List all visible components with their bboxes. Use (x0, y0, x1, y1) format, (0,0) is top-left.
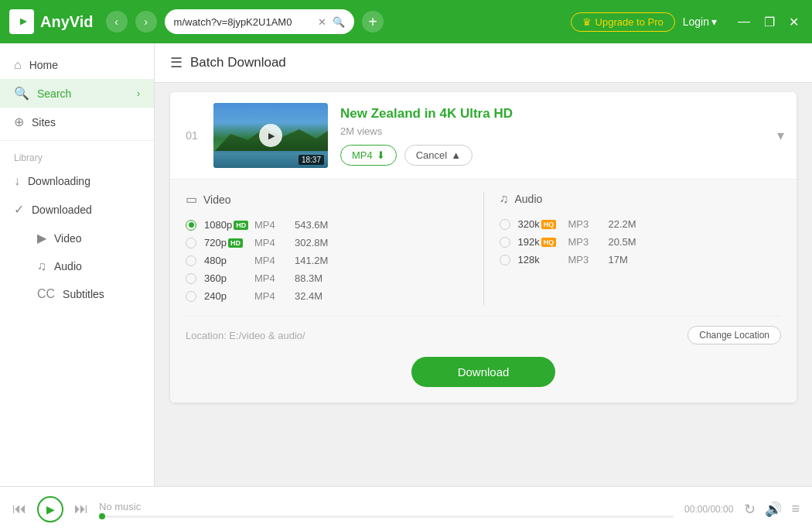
player-title: No music (99, 501, 674, 512)
format-row-320k: 320k HQ MP3 22.2M (500, 215, 782, 233)
search-icon[interactable]: 🔍 (333, 16, 345, 28)
upgrade-button[interactable]: ♛ Upgrade to Pro (571, 12, 675, 32)
play-thumbnail-button[interactable] (259, 124, 282, 147)
size-128k: 17M (609, 254, 655, 266)
volume-icon[interactable]: 🔊 (765, 501, 782, 518)
sidebar-subtitles-label: Subtitles (63, 288, 104, 300)
sidebar-search-label: Search (37, 87, 71, 100)
chevron-down-icon: ▾ (711, 15, 717, 28)
mp4-label: MP4 (352, 149, 373, 161)
format-360p: MP4 (254, 272, 287, 284)
radio-192k[interactable] (500, 237, 510, 248)
upgrade-label: Upgrade to Pro (595, 16, 664, 28)
batch-title: Batch Download (190, 55, 286, 70)
progress-dot (99, 513, 105, 519)
svg-rect-1 (16, 16, 20, 27)
player-progress[interactable] (99, 516, 674, 518)
cancel-button[interactable]: Cancel ▲ (404, 145, 473, 166)
batch-icon: ☰ (170, 54, 183, 71)
change-location-button[interactable]: Change Location (687, 326, 781, 344)
hd-badge-1080p: HD (234, 221, 248, 230)
player-info: No music (99, 501, 674, 518)
sidebar-item-subtitles[interactable]: CC Subtitles (0, 280, 154, 308)
audio-col-title: Audio (515, 193, 543, 205)
audio-col-header: ♫ Audio (500, 192, 782, 206)
radio-360p[interactable] (186, 273, 196, 284)
sidebar-home-label: Home (29, 59, 58, 71)
download-button[interactable]: Download (411, 357, 556, 387)
size-192k: 20.5M (609, 236, 655, 248)
radio-1080p[interactable] (186, 220, 196, 231)
radio-320k[interactable] (500, 219, 510, 230)
back-button[interactable]: ‹ (106, 11, 128, 33)
close-button[interactable]: ✕ (785, 13, 803, 31)
expand-arrow-icon[interactable]: ▾ (777, 127, 784, 144)
size-1080p: 543.6M (295, 219, 341, 231)
radio-240p[interactable] (186, 291, 196, 302)
login-button[interactable]: Login ▾ (683, 15, 717, 28)
res-720p: 720p HD (204, 237, 247, 248)
sidebar-item-downloaded[interactable]: ✓ Downloaded (0, 195, 154, 224)
format-columns: ▭ Video 1080p HD MP4 543.6M (186, 192, 781, 305)
content-area: ☰ Batch Download 01 18:37 New Zealand in… (155, 43, 812, 486)
maximize-button[interactable]: ❐ (760, 13, 779, 31)
video-title: New Zealand in 4K Ultra HD (340, 106, 765, 122)
res-1080p: 1080p HD (204, 219, 247, 231)
format-128k: MP3 (568, 254, 601, 266)
url-bar[interactable]: m/watch?v=8jypK2U1AM0 ✕ 🔍 (165, 9, 355, 34)
video-card: 01 18:37 New Zealand in 4K Ultra HD 2M v… (170, 92, 797, 403)
window-controls: — ❐ ✕ (734, 13, 803, 31)
sidebar-item-home[interactable]: ⌂ Home (0, 51, 154, 79)
sidebar-item-audio[interactable]: ♫ Audio (0, 252, 154, 280)
size-360p: 88.3M (295, 272, 341, 284)
res-320k: 320k HQ (518, 218, 561, 230)
audio-col-icon: ♫ (500, 192, 509, 206)
forward-button[interactable]: › (135, 11, 157, 33)
radio-128k[interactable] (500, 255, 510, 266)
next-button[interactable]: ⏭ (74, 501, 88, 517)
res-192k: 192k HQ (518, 236, 561, 248)
res-480p: 480p (204, 255, 247, 266)
player-bar: ⏮ ▶ ⏭ No music 00:00/00:00 ↻ 🔊 ≡ (0, 486, 812, 531)
format-row-360p: 360p MP4 88.3M (186, 269, 468, 287)
radio-720p[interactable] (186, 238, 196, 248)
sidebar-item-search[interactable]: 🔍 Search › (0, 79, 154, 108)
add-tab-button[interactable]: + (362, 11, 384, 33)
mp4-button[interactable]: MP4 ⬇ (340, 145, 397, 166)
main-layout: ⌂ Home 🔍 Search › ⊕ Sites Library ↓ Down… (0, 43, 812, 486)
app-logo: AnyVid (9, 9, 94, 34)
sidebar-item-downloading[interactable]: ↓ Downloading (0, 167, 154, 195)
repeat-icon[interactable]: ↻ (744, 501, 756, 518)
video-views: 2M views (340, 125, 765, 137)
play-button[interactable]: ▶ (37, 496, 63, 522)
minimize-button[interactable]: — (734, 13, 754, 31)
res-240p: 240p (204, 290, 247, 302)
player-time: 00:00/00:00 (684, 504, 733, 515)
chevron-up-icon: ▲ (451, 149, 461, 161)
size-320k: 22.2M (609, 218, 655, 230)
format-row-720p: 720p HD MP4 302.8M (186, 234, 468, 252)
audio-icon: ♫ (37, 259, 46, 273)
size-240p: 32.4M (295, 290, 341, 302)
batch-header: ☰ Batch Download (155, 43, 812, 83)
video-col-title: Video (203, 194, 231, 206)
format-320k: MP3 (568, 218, 601, 230)
location-row: Location: E:/video & audio/ Change Locat… (186, 316, 781, 344)
video-header: 01 18:37 New Zealand in 4K Ultra HD 2M v… (170, 92, 797, 179)
sidebar-item-video[interactable]: ▶ Video (0, 224, 154, 252)
audio-format-column: ♫ Audio 320k HQ MP3 22.2M (500, 192, 782, 305)
url-text: m/watch?v=8jypK2U1AM0 (174, 16, 312, 28)
sidebar-item-sites[interactable]: ⊕ Sites (0, 108, 154, 136)
format-720p: MP4 (254, 237, 287, 248)
format-240p: MP4 (254, 290, 287, 302)
close-url-icon[interactable]: ✕ (318, 16, 326, 28)
radio-480p[interactable] (186, 255, 196, 266)
search-sidebar-icon: 🔍 (14, 86, 29, 101)
prev-button[interactable]: ⏮ (12, 501, 26, 517)
sidebar-video-label: Video (54, 232, 82, 245)
home-icon: ⌂ (14, 58, 22, 72)
res-360p: 360p (204, 272, 247, 284)
format-row-128k: 128k MP3 17M (500, 251, 782, 269)
res-128k: 128k (518, 254, 561, 266)
playlist-icon[interactable]: ≡ (791, 501, 800, 517)
